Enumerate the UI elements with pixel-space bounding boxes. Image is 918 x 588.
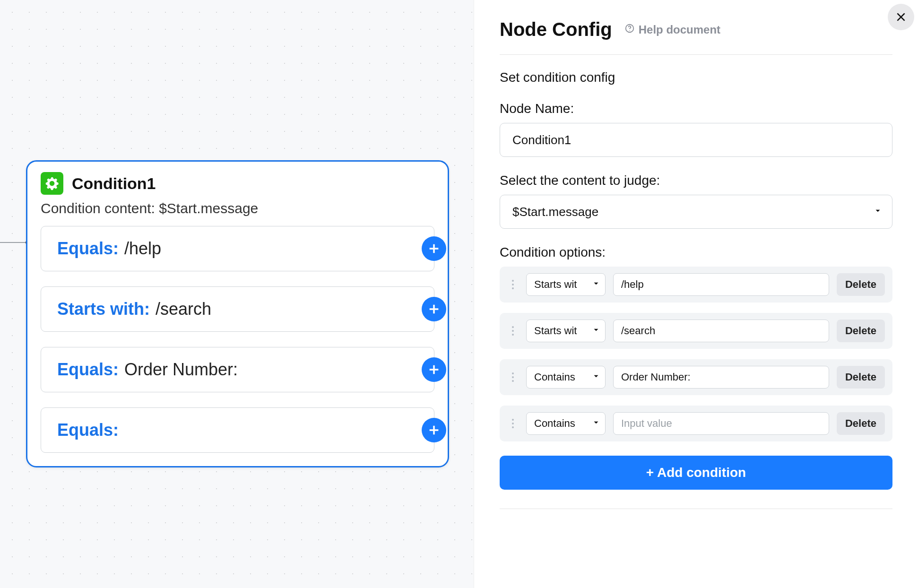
branch-row[interactable]: Equals:/help: [41, 226, 434, 271]
branch-add-button[interactable]: [422, 236, 446, 261]
condition-options-label: Condition options:: [500, 245, 892, 260]
gear-icon: [41, 172, 63, 195]
node-name-label: Node Name:: [500, 101, 892, 116]
branch-row[interactable]: Starts with:/search: [41, 286, 434, 332]
drag-handle[interactable]: [507, 417, 519, 430]
condition-value-input[interactable]: [613, 366, 829, 389]
help-label: Help document: [639, 23, 720, 36]
condition-value-input[interactable]: [613, 273, 829, 296]
branch-list: Equals:/helpStarts with:/searchEquals:Or…: [27, 226, 448, 453]
branch-add-button[interactable]: [422, 418, 446, 442]
content-judge-select[interactable]: [500, 195, 892, 229]
drag-handle[interactable]: [507, 278, 519, 291]
add-condition-button[interactable]: + Add condition: [500, 456, 892, 490]
condition-option-row: ContainsDelete: [500, 359, 892, 395]
delete-button[interactable]: Delete: [837, 412, 885, 435]
operator-select[interactable]: Starts wit: [526, 273, 606, 296]
condition-value-input[interactable]: [613, 412, 829, 435]
branch-operator: Starts with:: [57, 299, 150, 319]
branch-row[interactable]: Equals:: [41, 407, 434, 453]
delete-button[interactable]: Delete: [837, 273, 885, 296]
node-title: Condition1: [72, 174, 156, 193]
branch-add-button[interactable]: [422, 357, 446, 382]
delete-button[interactable]: Delete: [837, 366, 885, 389]
chevron-down-icon: [592, 325, 600, 337]
drag-handle[interactable]: [507, 371, 519, 384]
operator-select[interactable]: Contains: [526, 412, 606, 435]
divider: [500, 509, 892, 509]
branch-value: /help: [124, 239, 161, 259]
branch-row[interactable]: Equals:Order Number:: [41, 347, 434, 392]
operator-label: Starts wit: [534, 278, 577, 291]
condition-option-row: ContainsDelete: [500, 406, 892, 441]
delete-button[interactable]: Delete: [837, 320, 885, 342]
chevron-down-icon: [592, 278, 600, 291]
operator-select[interactable]: Contains: [526, 366, 606, 389]
branch-value: /search: [156, 299, 211, 319]
node-config-panel: Node Config Help document Set condition …: [474, 0, 918, 588]
branch-value: Order Number:: [124, 360, 238, 380]
chevron-down-icon: [592, 417, 600, 430]
operator-label: Contains: [534, 417, 575, 430]
svg-point-1: [629, 30, 630, 30]
help-document-link[interactable]: Help document: [624, 23, 720, 36]
drag-handle[interactable]: [507, 324, 519, 337]
branch-add-button[interactable]: [422, 297, 446, 321]
operator-label: Contains: [534, 371, 575, 383]
condition-node[interactable]: Condition1 Condition content: $Start.mes…: [26, 160, 449, 467]
help-icon: [624, 23, 635, 36]
branch-operator: Equals:: [57, 420, 119, 440]
node-subtitle: Condition content: $Start.message: [27, 198, 448, 226]
condition-option-row: Starts witDelete: [500, 313, 892, 349]
close-button[interactable]: [888, 4, 914, 30]
branch-operator: Equals:: [57, 360, 119, 380]
operator-select[interactable]: Starts wit: [526, 320, 606, 342]
condition-value-input[interactable]: [613, 320, 829, 342]
branch-operator: Equals:: [57, 239, 119, 259]
flow-canvas[interactable]: Condition1 Condition content: $Start.mes…: [0, 0, 474, 588]
operator-label: Starts wit: [534, 325, 577, 337]
condition-options-list: Starts witDeleteStarts witDeleteContains…: [500, 267, 892, 441]
edge-connector[interactable]: [0, 242, 28, 243]
panel-title: Node Config: [500, 19, 612, 40]
content-judge-label: Select the content to judge:: [500, 173, 892, 188]
section-title: Set condition config: [500, 70, 892, 85]
node-name-input[interactable]: [500, 123, 892, 157]
condition-option-row: Starts witDelete: [500, 267, 892, 303]
chevron-down-icon: [592, 371, 600, 383]
